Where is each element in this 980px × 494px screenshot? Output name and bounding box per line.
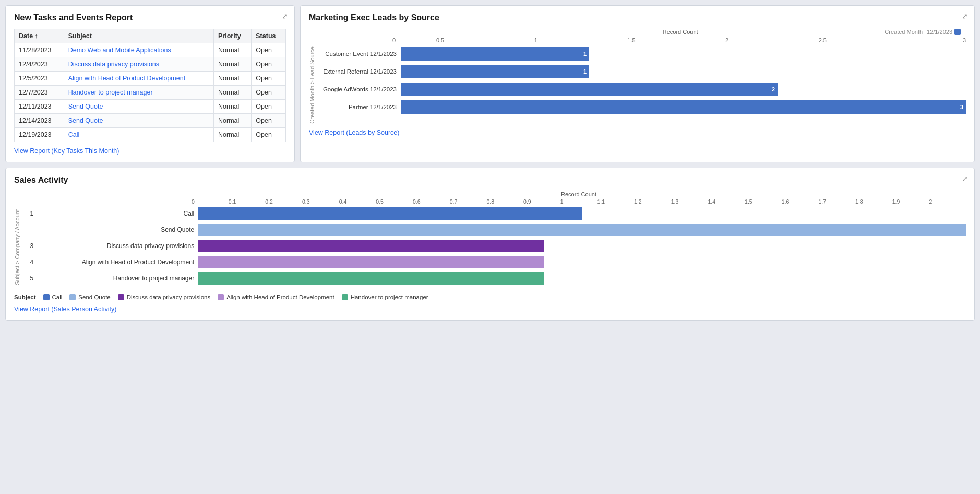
sales-bar-fill [198,207,582,220]
legend-color-dot [118,294,124,300]
sales-bar-fill [198,272,544,285]
legend-item: Discuss data privacy provisions [118,294,210,300]
cell-subject[interactable]: Send Quote [64,100,213,114]
sales-bar-row: 4 Align with Head of Product Development [23,255,966,269]
sales-y-label: Align with Head of Product Development [37,258,198,266]
legend-label: Align with Head of Product Development [226,294,334,300]
cell-subject[interactable]: Align with Head of Product Development [64,72,213,86]
cell-date: 11/28/2023 [15,43,64,57]
leads-x-axis-title: Record Count [476,29,885,35]
sales-row-num: 3 [23,242,33,250]
sales-chart-wrapper: Subject > Company / Account 1 Call Send … [14,207,966,288]
dashboard: New Tasks and Events Report ⤢ Date ↑ Sub… [0,0,980,326]
cell-date: 12/4/2023 [15,57,64,72]
cell-priority: Normal [213,100,251,114]
table-row: 11/28/2023 Demo Web and Mobile Applicati… [15,43,286,57]
table-row: 12/14/2023 Send Quote Normal Open [15,114,286,128]
subject-link[interactable]: Discuss data privacy provisions [68,61,159,68]
legend-label: Discuss data privacy provisions [127,294,210,300]
table-row: 12/5/2023 Align with Head of Product Dev… [15,72,286,86]
cell-subject[interactable]: Call [64,128,213,142]
bar-container: 3 [401,100,966,114]
sales-inner: 1 Call Send Quote 3 Discuss data privacy… [23,207,966,288]
cell-priority: Normal [213,43,251,57]
sales-x-labels: 00.10.20.30.40.50.60.70.80.911.11.21.31.… [192,198,966,205]
sales-view-report-link[interactable]: View Report (Sales Person Activity) [14,305,116,313]
bar-fill: 1 [401,47,589,61]
subject-link[interactable]: Send Quote [68,117,103,124]
bar-fill: 2 [401,83,778,96]
sales-row-num: 5 [23,275,33,282]
tasks-table-header: Date ↑ Subject Priority Status [15,29,286,43]
cell-subject[interactable]: Send Quote [64,114,213,128]
bar-container: 1 [401,64,966,79]
sales-x-axis-title: Record Count [192,191,966,197]
bar-container: 1 [401,46,966,61]
subject-link[interactable]: Align with Head of Product Development [68,75,185,82]
legend-color-dot [43,294,50,300]
legend-item: Send Quote [69,294,110,300]
subject-link[interactable]: Demo Web and Mobile Applications [68,46,171,54]
legend-color-dot [218,294,224,300]
subject-link[interactable]: Handover to project manager [68,89,153,96]
leads-legend: Created Month 12/1/2023 [885,29,961,35]
bar-label: External Referral 12/1/2023 [317,68,401,76]
cell-priority: Normal [213,128,251,142]
col-status: Status [252,29,286,43]
table-row: 12/19/2023 Call Normal Open [15,128,286,142]
leads-legend-date: 12/1/2023 [927,29,952,35]
cell-priority: Normal [213,114,251,128]
sales-bar-fill [198,256,544,268]
sales-panel-title: Sales Activity [14,175,966,185]
cell-subject[interactable]: Discuss data privacy provisions [64,57,213,72]
cell-status: Open [252,72,286,86]
cell-date: 12/19/2023 [15,128,64,142]
tasks-view-report-link[interactable]: View Report (Key Tasks This Month) [14,147,119,155]
sales-bar-container [198,239,966,253]
cell-date: 12/11/2023 [15,100,64,114]
table-row: 12/7/2023 Handover to project manager No… [15,86,286,100]
bar-container: 2 [401,82,966,97]
bar-row: Partner 12/1/2023 3 [317,100,966,114]
bar-label: Partner 12/1/2023 [317,103,401,111]
leads-chart-header: Record Count Created Month 12/1/2023 [309,29,966,35]
leads-bar-chart: Customer Event 12/1/2023 1 External Refe… [317,46,966,114]
cell-priority: Normal [213,72,251,86]
sales-bar-container [198,255,966,269]
tasks-panel-title: New Tasks and Events Report [14,13,286,22]
sales-y-label: Discuss data privacy provisions [37,242,198,250]
cell-priority: Normal [213,86,251,100]
col-priority: Priority [213,29,251,43]
sales-y-axis-title: Subject > Company / Account [14,209,21,285]
sales-bar-row: 5 Handover to project manager [23,272,966,285]
legend-item: Align with Head of Product Development [218,294,334,300]
sales-bar-fill [198,224,966,236]
bar-label: Customer Event 12/1/2023 [317,50,401,58]
legend-item: Call [43,294,63,300]
leads-view-report-link[interactable]: View Report (Leads by Source) [309,129,399,136]
sales-y-label: Send Quote [37,226,198,233]
sales-bar-chart: 1 Call Send Quote 3 Discuss data privacy… [23,207,966,285]
legend-item: Handover to project manager [342,294,428,300]
sales-bar-row: Send Quote [23,223,966,237]
legend-label: Send Quote [78,294,110,300]
subject-link[interactable]: Call [68,131,80,138]
subject-link[interactable]: Send Quote [68,103,103,110]
cell-status: Open [252,114,286,128]
cell-status: Open [252,128,286,142]
cell-priority: Normal [213,57,251,72]
bar-row: External Referral 12/1/2023 1 [317,64,966,79]
cell-subject[interactable]: Handover to project manager [64,86,213,100]
sales-panel: Sales Activity ⤢ Record Count 00.10.20.3… [5,168,975,321]
cell-subject[interactable]: Demo Web and Mobile Applications [64,43,213,57]
sales-y-label: Call [37,210,198,217]
sales-bar-row: 1 Call [23,207,966,220]
leads-panel: Marketing Exec Leads by Source ⤢ Record … [300,5,975,162]
leads-expand-icon[interactable]: ⤢ [962,12,968,20]
table-row: 12/4/2023 Discuss data privacy provision… [15,57,286,72]
sales-bar-fill [198,240,544,252]
tasks-expand-icon[interactable]: ⤢ [282,12,288,20]
sales-expand-icon[interactable]: ⤢ [962,174,968,183]
tasks-table-body: 11/28/2023 Demo Web and Mobile Applicati… [15,43,286,142]
sales-bar-container [198,272,966,285]
